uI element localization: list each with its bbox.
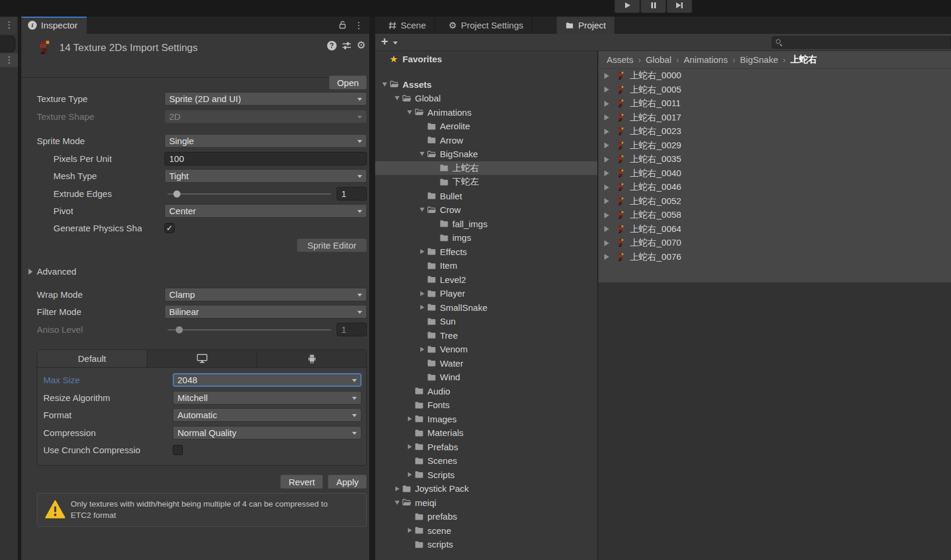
- foldout-closed-icon[interactable]: [392, 486, 402, 491]
- tree-item-Venom[interactable]: Venom: [375, 342, 597, 357]
- texture-type-dropdown[interactable]: Sprite (2D and UI): [164, 92, 367, 106]
- foldout-closed-icon[interactable]: [604, 101, 609, 107]
- help-icon[interactable]: ?: [327, 41, 337, 50]
- panel-divider[interactable]: [369, 17, 375, 560]
- asset-row[interactable]: 上蛇右_0005: [598, 83, 951, 97]
- asset-row[interactable]: 上蛇右_0035: [598, 152, 951, 167]
- tab-standalone-platform[interactable]: [147, 350, 257, 367]
- pause-button[interactable]: [641, 0, 666, 13]
- foldout-open-icon[interactable]: [380, 82, 389, 87]
- tree-item-scene[interactable]: scene: [375, 524, 597, 538]
- foldout-closed-icon[interactable]: [604, 212, 609, 218]
- breadcrumb-item[interactable]: Global: [646, 55, 671, 65]
- chevron-down-icon[interactable]: [393, 42, 398, 44]
- tree-item-Audio[interactable]: Audio: [375, 384, 597, 399]
- tree-item-Prefabs[interactable]: Prefabs: [375, 440, 597, 454]
- foldout-closed-icon[interactable]: [604, 254, 609, 260]
- tree-item-Sun[interactable]: Sun: [375, 314, 597, 329]
- asset-row[interactable]: 上蛇右_0029: [598, 139, 951, 153]
- foldout-closed-icon[interactable]: [604, 142, 609, 148]
- sidebar-item-favorites[interactable]: ★Favorites: [375, 52, 597, 66]
- asset-row[interactable]: 上蛇右_0076: [598, 250, 951, 265]
- extrude-edges-slider[interactable]: [167, 193, 331, 195]
- foldout-closed-icon[interactable]: [604, 198, 609, 204]
- apply-button[interactable]: Apply: [328, 475, 367, 489]
- tree-item-Arrow[interactable]: Arrow: [375, 133, 597, 148]
- asset-row[interactable]: 上蛇右_0064: [598, 222, 951, 237]
- foldout-closed-icon[interactable]: [405, 472, 414, 477]
- clipped-toolbar-row[interactable]: ⋮: [0, 53, 18, 67]
- tree-item-imgs[interactable]: imgs: [375, 231, 597, 245]
- tree-item-scripts[interactable]: scripts: [375, 537, 597, 552]
- asset-row[interactable]: 上蛇右_0017: [598, 111, 951, 125]
- tree-item-Item[interactable]: Item: [375, 259, 597, 273]
- tab-android-platform[interactable]: [257, 350, 366, 367]
- foldout-closed-icon[interactable]: [405, 528, 414, 533]
- tree-item-Materials[interactable]: Materials: [375, 426, 597, 440]
- asset-row[interactable]: 上蛇右_0040: [598, 167, 951, 181]
- asset-row[interactable]: 上蛇右_0023: [598, 125, 951, 139]
- mesh-type-dropdown[interactable]: Tight: [164, 169, 367, 183]
- step-button[interactable]: [667, 0, 692, 13]
- foldout-closed-icon[interactable]: [417, 347, 427, 352]
- kebab-menu-icon[interactable]: ⋮: [354, 21, 363, 30]
- tree-item-下蛇左[interactable]: 下蛇左: [375, 175, 597, 189]
- resize-algorithm-dropdown[interactable]: Mitchell: [173, 391, 362, 405]
- open-button[interactable]: Open: [329, 75, 367, 90]
- filter-mode-dropdown[interactable]: Bilinear: [164, 305, 367, 319]
- search-input[interactable]: [772, 36, 951, 49]
- foldout-closed-icon[interactable]: [417, 305, 427, 310]
- hidden-panel-tab[interactable]: ⋮: [0, 17, 17, 34]
- tree-item-fall_imgs[interactable]: fall_imgs: [375, 217, 597, 231]
- use-crunch-checkbox[interactable]: [173, 445, 183, 455]
- foldout-closed-icon[interactable]: [405, 416, 414, 421]
- tree-item-Tree[interactable]: Tree: [375, 329, 597, 343]
- max-size-dropdown[interactable]: 2048: [173, 373, 362, 387]
- pixels-per-unit-input[interactable]: 100: [164, 152, 367, 166]
- presets-icon[interactable]: [342, 41, 351, 50]
- asset-row[interactable]: 上蛇右_0000: [598, 69, 951, 83]
- tab-scene[interactable]: Scene: [380, 17, 435, 34]
- tree-item-Global[interactable]: Global: [375, 91, 597, 106]
- foldout-closed-icon[interactable]: [604, 129, 609, 135]
- advanced-foldout[interactable]: Advanced: [21, 265, 369, 278]
- foldout-closed-icon[interactable]: [604, 87, 609, 93]
- foldout-closed-icon[interactable]: [405, 444, 414, 449]
- breadcrumb-item[interactable]: Animations: [684, 55, 728, 65]
- foldout-closed-icon[interactable]: [417, 291, 427, 296]
- tree-item-BigSnake[interactable]: BigSnake: [375, 147, 597, 161]
- asset-row[interactable]: 上蛇右_0070: [598, 236, 951, 250]
- foldout-closed-icon[interactable]: [604, 170, 609, 176]
- tree-item-SmallSnake[interactable]: SmallSnake: [375, 301, 597, 315]
- foldout-open-icon[interactable]: [405, 110, 414, 114]
- tree-item-Scripts[interactable]: Scripts: [375, 468, 597, 482]
- asset-row[interactable]: 上蛇右_0052: [598, 195, 951, 209]
- tab-project-settings[interactable]: ⚙ Project Settings: [440, 17, 532, 34]
- tree-item-Player[interactable]: Player: [375, 287, 597, 301]
- tree-item-上蛇右[interactable]: 上蛇右: [375, 161, 597, 176]
- sprite-mode-dropdown[interactable]: Single: [164, 134, 367, 148]
- tree-item-Joystick Pack[interactable]: Joystick Pack: [375, 482, 597, 496]
- wrap-mode-dropdown[interactable]: Clamp: [164, 288, 367, 301]
- clipped-field[interactable]: [0, 36, 15, 52]
- asset-row[interactable]: 上蛇右_0046: [598, 180, 951, 195]
- foldout-open-icon[interactable]: [392, 501, 402, 505]
- tree-item-Crow[interactable]: Crow: [375, 203, 597, 217]
- tree-item-Assets[interactable]: Assets: [375, 78, 597, 92]
- format-dropdown[interactable]: Automatic: [173, 408, 362, 422]
- revert-button[interactable]: Revert: [280, 475, 323, 489]
- foldout-closed-icon[interactable]: [604, 184, 609, 190]
- foldout-closed-icon[interactable]: [604, 240, 609, 246]
- gear-icon[interactable]: ⚙: [357, 41, 366, 50]
- foldout-closed-icon[interactable]: [417, 249, 427, 254]
- tree-item-meiqi[interactable]: meiqi: [375, 496, 597, 510]
- tab-default-platform[interactable]: Default: [37, 350, 147, 367]
- pivot-dropdown[interactable]: Center: [164, 204, 367, 218]
- foldout-open-icon[interactable]: [417, 208, 427, 212]
- tree-item-Images[interactable]: Images: [375, 412, 597, 427]
- compression-dropdown[interactable]: Normal Quality: [173, 426, 362, 440]
- generate-physics-checkbox[interactable]: ✓: [164, 223, 175, 233]
- play-button[interactable]: [614, 0, 640, 13]
- tree-item-Level2[interactable]: Level2: [375, 273, 597, 287]
- slider-handle[interactable]: [173, 190, 180, 198]
